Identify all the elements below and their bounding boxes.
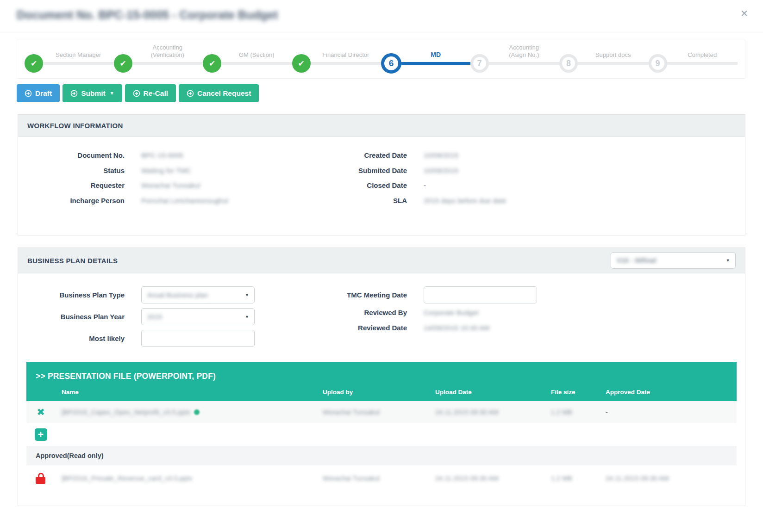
caret-down-icon: ▼ xyxy=(726,258,730,263)
field-label: Reviewed By xyxy=(314,308,407,317)
sla-value: 2015 days before due date xyxy=(424,197,506,204)
field-label: Reviewed Date xyxy=(314,323,407,333)
step-connector xyxy=(489,62,560,65)
step-connector xyxy=(43,62,114,65)
file-approved-date: - xyxy=(596,408,737,416)
tmc-meeting-date-input[interactable] xyxy=(424,286,537,303)
panel-title: BUSINESS PLAN DETAILS xyxy=(27,257,118,265)
modal-title: Document No. BPC-15-0005 - Corporate Bud… xyxy=(17,8,749,22)
workflow-stepper: ✔ Section Manager ✔ Accounting (Verifica… xyxy=(17,40,745,79)
business-plan-year-value: 2015 xyxy=(147,313,162,321)
presentation-file-section: >> PRESENTATION FILE (POWERPOINT, PDF) N… xyxy=(26,362,737,491)
business-plan-details-header: BUSINESS PLAN DETAILS V10 - 00final ▼ xyxy=(18,248,745,273)
cancel-request-button[interactable]: Cancel Request xyxy=(179,84,259,102)
submit-button[interactable]: Submit ▼ xyxy=(63,84,122,102)
step-financial-director: ✔ Financial Director xyxy=(292,54,382,73)
version-select[interactable]: V10 - 00final ▼ xyxy=(611,252,736,269)
field-label: Closed Date xyxy=(314,181,407,190)
step-label: Support docs xyxy=(569,51,658,59)
step-gm-section: ✔ GM (Section) xyxy=(203,54,292,73)
step-number: 9 xyxy=(649,54,667,73)
step-number: 7 xyxy=(470,54,489,73)
draft-button[interactable]: Draft xyxy=(17,84,60,102)
incharge-person-value: Pornchai Lertchareonsughul xyxy=(141,197,228,204)
field-label: Status xyxy=(18,166,125,175)
approved-file-approved-date: 24.11.2015 09:30 AM xyxy=(596,475,737,482)
column-header-approved-date: Approved Date xyxy=(596,389,737,396)
submit-label: Submit xyxy=(81,89,106,98)
step-label: Financial Director xyxy=(301,51,391,59)
circle-arrow-icon xyxy=(70,90,78,97)
check-icon: ✔ xyxy=(203,54,221,73)
file-upload-date: 24.11.2015 09:30 AM xyxy=(426,408,542,416)
step-connector xyxy=(667,62,738,65)
file-row: ✖ [BP2016_Capex_Opex_Netprofit_v3.5.pptx… xyxy=(26,401,737,423)
field-label: Business Plan Type xyxy=(18,291,125,300)
workflow-information-header: WORKFLOW INFORMATION xyxy=(18,115,745,137)
panel-title: WORKFLOW INFORMATION xyxy=(27,122,123,130)
presentation-file-header: >> PRESENTATION FILE (POWERPOINT, PDF) N… xyxy=(26,362,737,401)
step-label: Section Manager xyxy=(34,51,123,59)
step-label: Accounting (Asign No.) xyxy=(480,44,569,59)
step-connector xyxy=(221,62,292,65)
reviewed-date-value: 14/09/2015 10:30 AM xyxy=(424,324,490,332)
status-value: Waiting for TMC xyxy=(141,167,191,174)
step-accounting-asign-no: 7 Accounting (Asign No.) xyxy=(470,54,560,73)
circle-arrow-icon xyxy=(187,90,194,97)
step-label: MD xyxy=(392,51,480,59)
closed-date-value: - xyxy=(424,181,426,189)
approved-file-upload-date: 24.11.2015 09:30 AM xyxy=(426,475,542,482)
file-status-icon xyxy=(194,409,200,415)
recall-label: Re-Call xyxy=(144,89,168,98)
cancel-request-label: Cancel Request xyxy=(197,89,251,98)
business-plan-details-panel: BUSINESS PLAN DETAILS V10 - 00final ▼ Bu… xyxy=(18,247,745,506)
add-file-button[interactable]: + xyxy=(35,428,47,441)
close-icon[interactable]: ✕ xyxy=(740,8,748,19)
lock-icon xyxy=(36,473,46,484)
step-number: 6 xyxy=(381,53,401,74)
file-name[interactable]: [BP2016_Capex_Opex_Netprofit_v3.5.pptx xyxy=(62,408,190,416)
caret-down-icon: ▼ xyxy=(245,293,249,297)
file-size: 1.2 MB xyxy=(542,408,596,416)
field-label: Requester xyxy=(18,181,125,190)
field-label: Incharge Person xyxy=(18,196,125,205)
circle-arrow-icon xyxy=(133,90,140,97)
step-connector xyxy=(132,62,203,65)
field-label: Most likely xyxy=(18,334,125,343)
approved-file-row: [BP2016_Presale_Revenue_card_v3.5.pptx W… xyxy=(26,465,737,491)
field-label: Created Date xyxy=(314,151,407,160)
step-connector xyxy=(311,62,382,65)
check-icon: ✔ xyxy=(25,54,43,73)
step-connector xyxy=(401,62,470,65)
step-support-docs: 8 Support docs xyxy=(559,54,649,73)
toolbar: Draft Submit ▼ Re-Call Cancel Request xyxy=(17,84,763,102)
recall-button[interactable]: Re-Call xyxy=(125,84,176,102)
step-label: GM (Section) xyxy=(212,51,301,59)
field-label: TMC Meeting Date xyxy=(314,291,407,300)
field-label: Submited Date xyxy=(314,166,407,175)
file-upload-by: Worachai Tunsakul xyxy=(313,408,426,416)
caret-down-icon: ▼ xyxy=(110,91,114,96)
field-label: SLA xyxy=(314,196,407,205)
version-select-value: V10 - 00final xyxy=(617,257,657,264)
column-header-upload-date: Upload Date xyxy=(426,389,542,396)
business-plan-year-select[interactable]: 2015 ▼ xyxy=(141,308,255,325)
step-completed: 9 Completed xyxy=(649,54,738,73)
check-icon: ✔ xyxy=(114,54,132,73)
workflow-information-panel: WORKFLOW INFORMATION Document No.BPC-15-… xyxy=(18,114,745,235)
approved-file-size: 1.2 MB xyxy=(542,475,596,482)
step-number: 8 xyxy=(559,54,578,73)
field-label: Business Plan Year xyxy=(18,312,125,322)
submited-date-value: 10/09/2015 xyxy=(424,167,458,174)
step-connector xyxy=(578,62,649,65)
business-plan-type-select[interactable]: Anual Business plan ▼ xyxy=(141,286,255,303)
draft-label: Draft xyxy=(35,89,52,98)
reviewed-by-value: Corporate Budget xyxy=(424,309,478,316)
presentation-file-title: >> PRESENTATION FILE (POWERPOINT, PDF) xyxy=(36,371,737,381)
step-label: Completed xyxy=(658,51,747,59)
business-plan-type-value: Anual Business plan xyxy=(147,291,208,299)
created-date-value: 10/09/2015 xyxy=(424,151,458,159)
delete-file-icon[interactable]: ✖ xyxy=(37,407,45,417)
most-likely-input[interactable] xyxy=(141,330,255,347)
requester-value: Worachai Tunsakul xyxy=(141,181,200,189)
